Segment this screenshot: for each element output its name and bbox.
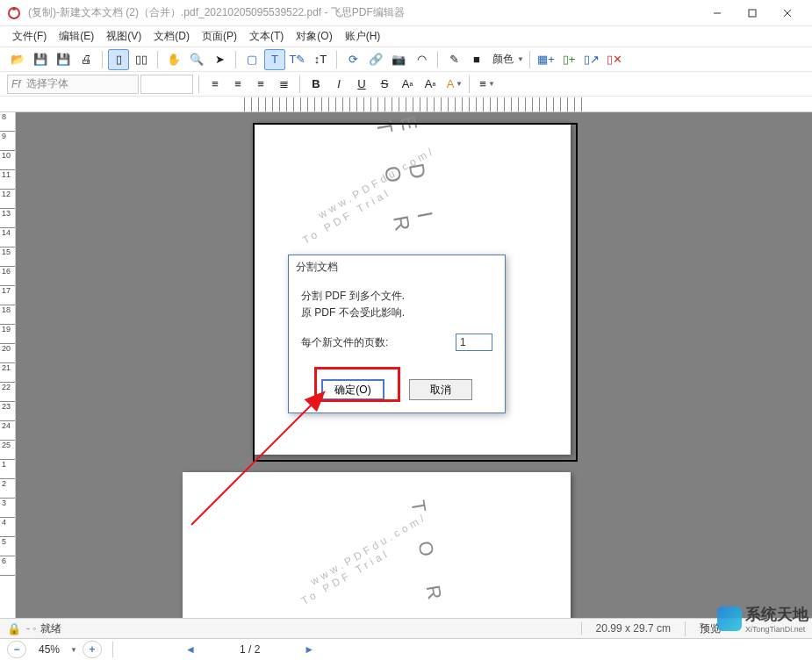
maximize-button[interactable] [735,0,770,26]
dialog-title: 分割文档 [289,255,505,279]
menu-document[interactable]: 文档(D) [148,26,195,47]
subscript-button[interactable]: Aa [420,74,441,95]
close-button[interactable] [770,0,805,26]
menu-account[interactable]: 账户(H) [340,26,386,47]
svg-rect-3 [749,10,756,17]
separator [157,51,158,68]
site-logo-icon [717,606,742,631]
cancel-button[interactable]: 取消 [409,379,472,400]
separator [235,51,236,68]
pages-per-file-input[interactable] [456,334,492,351]
menu-text[interactable]: 文本(T) [244,26,289,47]
separator [469,75,470,93]
bold-button[interactable]: B [305,74,327,95]
rotate-button[interactable]: ⟳ [342,49,363,70]
separator [112,642,113,657]
form-add-button[interactable]: ▦+ [535,49,557,70]
align-center-button[interactable]: ≡ [227,74,248,95]
menu-edit[interactable]: 编辑(E) [54,26,99,47]
page-indicator[interactable]: 1 / 2 [205,643,295,656]
strikethrough-button[interactable]: S [374,74,395,95]
status-bar: 🔒 - ◦ 就绪 20.99 x 29.7 cm 预览 [0,618,812,638]
separator [198,75,199,93]
font-color-button[interactable]: A▼ [442,74,463,95]
align-right-button[interactable]: ≡ [250,74,271,95]
zoom-out-button[interactable]: − [7,641,26,658]
align-left-button[interactable]: ≡ [205,74,226,95]
nav-bar: − 45% ▼ + ◄ 1 / 2 ► [0,638,812,660]
menu-file[interactable]: 文件(F) [7,26,52,47]
page-extract-button[interactable]: ▯↗ [581,49,602,70]
double-page-button[interactable]: ▯▯ [131,49,152,70]
ruler-vertical: 8910111213141516171819202122232425123456 [0,112,16,618]
snapshot-button[interactable]: 📷 [388,49,409,70]
dialog-body: 分割 PDF 到多个文件. 原 PDF 不会受此影响. 每个新文件的页数: [289,279,505,360]
page-2[interactable]: www.PDFdu.com/ To PDF Trial T O R [183,472,571,618]
link-button[interactable]: 🔗 [365,49,386,70]
menu-page[interactable]: 页面(P) [197,26,242,47]
zoom-in-button[interactable]: + [83,641,102,658]
toolbar-main: 📂 💾 💾 🖨 ▯ ▯▯ ✋ 🔍 ➤ ▢ T T✎ ↕T ⟳ 🔗 📷 ◠ ✎ ■… [0,47,812,72]
site-logo-url: XiTongTianDi.net [745,625,808,634]
save-button[interactable]: 💾 [30,49,51,70]
zoom-percent[interactable]: 45% [32,643,67,656]
separator [437,51,438,68]
open-button[interactable]: 📂 [7,49,28,70]
status-bullet: - ◦ [26,622,37,635]
svg-point-1 [12,7,16,11]
hand-tool-button[interactable]: ✋ [163,49,184,70]
italic-button[interactable]: I [328,74,349,95]
align-justify-button[interactable]: ≣ [273,74,294,95]
menu-object[interactable]: 对象(O) [291,26,337,47]
document-area[interactable]: www.PDFdu.com/ To PDF Trial E D I T O R … [16,112,812,618]
dialog-line2: 原 PDF 不会受此影响. [301,305,492,321]
menu-bar: 文件(F) 编辑(E) 视图(V) 文档(D) 页面(P) 文本(T) 对象(O… [0,26,812,47]
color-swatch-button[interactable]: ■ [466,49,487,70]
font-placeholder: 选择字体 [26,76,68,91]
text-tool-button[interactable]: T [264,49,285,70]
title-bar: (复制)-新建文本文档 (2)（合并）.pdf_2021020509553952… [0,0,812,26]
site-logo-text: 系统天地 [745,606,808,623]
saveas-button[interactable]: 💾 [53,49,74,70]
color-label: 颜色 [489,52,517,67]
site-watermark: 系统天地 XiTongTianDi.net [717,604,808,634]
superscript-button[interactable]: Aa [397,74,418,95]
separator [102,51,103,68]
underline-button[interactable]: U [351,74,372,95]
eyedropper-button[interactable]: ✎ [443,49,464,70]
menu-view[interactable]: 视图(V) [101,26,147,47]
separator [299,75,300,93]
minimize-button[interactable] [700,0,735,26]
lock-icon: 🔒 [7,622,21,635]
font-size-combo[interactable] [140,75,193,94]
zoom-tool-button[interactable]: 🔍 [186,49,207,70]
page-add-button[interactable]: ▯+ [558,49,579,70]
dialog-line1: 分割 PDF 到多个文件. [301,288,492,305]
app-icon [7,6,21,20]
font-select[interactable]: Ff 选择字体 [7,75,139,94]
zoom-dropdown-icon[interactable]: ▼ [70,646,77,654]
separator [529,51,530,68]
page-delete-button[interactable]: ▯✕ [604,49,625,70]
pages-per-file-label: 每个新文件的页数: [301,334,388,351]
print-button[interactable]: 🖨 [75,49,97,70]
ruler-horizontal [0,97,812,112]
next-page-button[interactable]: ► [300,642,318,657]
ok-button[interactable]: 确定(O) [321,379,384,400]
page-tool-button[interactable]: ▢ [241,49,262,70]
line-spacing-button[interactable]: ≡▼ [475,74,496,95]
status-text: 就绪 [40,621,581,636]
text-spacing-button[interactable]: ↕T [310,49,331,70]
watermark-editor-2: T O R [406,499,448,613]
single-page-button[interactable]: ▯ [108,49,129,70]
page-dimensions: 20.99 x 29.7 cm [581,622,685,635]
color-dropdown-icon[interactable]: ▼ [517,55,524,63]
separator [336,51,337,68]
text-edit-button[interactable]: T✎ [287,49,308,70]
prev-page-button[interactable]: ◄ [182,642,199,657]
toolbar-format: Ff 选择字体 ≡ ≡ ≡ ≣ B I U S Aa Aa A▼ ≡▼ [0,72,812,97]
select-tool-button[interactable]: ➤ [209,49,230,70]
split-document-dialog: 分割文档 分割 PDF 到多个文件. 原 PDF 不会受此影响. 每个新文件的页… [288,255,506,413]
window-title: (复制)-新建文本文档 (2)（合并）.pdf_2021020509553952… [28,5,700,20]
measure-button[interactable]: ◠ [411,49,432,70]
